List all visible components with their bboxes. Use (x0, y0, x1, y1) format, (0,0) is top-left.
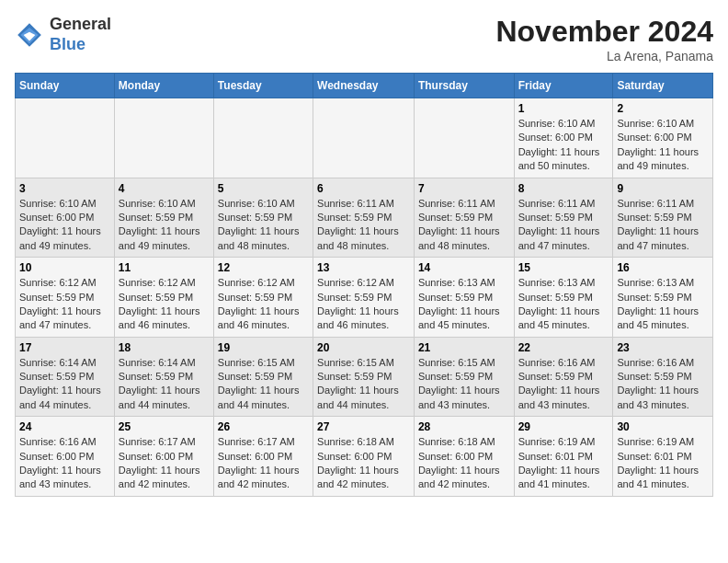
day-number: 19 (218, 341, 309, 354)
day-number: 17 (19, 341, 110, 354)
page-header: General Blue November 2024 La Arena, Pan… (15, 15, 713, 63)
day-info: Sunrise: 6:15 AM Sunset: 5:59 PM Dayligh… (218, 356, 309, 413)
calendar-week-row: 17Sunrise: 6:14 AM Sunset: 5:59 PM Dayli… (16, 337, 713, 417)
day-info: Sunrise: 6:11 AM Sunset: 5:59 PM Dayligh… (617, 197, 709, 254)
calendar-day-cell: 6Sunrise: 6:11 AM Sunset: 5:59 PM Daylig… (313, 178, 415, 258)
day-info: Sunrise: 6:13 AM Sunset: 5:59 PM Dayligh… (518, 276, 609, 333)
day-info: Sunrise: 6:18 AM Sunset: 6:00 PM Dayligh… (317, 435, 410, 492)
day-number: 11 (119, 261, 210, 274)
day-info: Sunrise: 6:15 AM Sunset: 5:59 PM Dayligh… (317, 356, 410, 413)
day-number: 16 (617, 261, 709, 274)
day-info: Sunrise: 6:15 AM Sunset: 5:59 PM Dayligh… (418, 356, 510, 413)
day-info: Sunrise: 6:12 AM Sunset: 5:59 PM Dayligh… (19, 276, 110, 333)
calendar-day-cell: 14Sunrise: 6:13 AM Sunset: 5:59 PM Dayli… (414, 258, 514, 338)
day-number: 28 (418, 420, 510, 433)
calendar-day-cell: 27Sunrise: 6:18 AM Sunset: 6:00 PM Dayli… (313, 417, 415, 497)
day-of-week-header: Friday (514, 74, 613, 98)
day-info: Sunrise: 6:11 AM Sunset: 5:59 PM Dayligh… (518, 197, 609, 254)
day-of-week-header: Saturday (613, 74, 713, 98)
day-of-week-header: Thursday (414, 74, 514, 98)
day-number: 1 (518, 102, 609, 115)
day-info: Sunrise: 6:18 AM Sunset: 6:00 PM Dayligh… (418, 435, 510, 492)
calendar-week-row: 24Sunrise: 6:16 AM Sunset: 6:00 PM Dayli… (16, 417, 713, 497)
day-info: Sunrise: 6:16 AM Sunset: 5:59 PM Dayligh… (617, 356, 709, 413)
month-title: November 2024 (495, 15, 713, 49)
calendar-day-cell: 28Sunrise: 6:18 AM Sunset: 6:00 PM Dayli… (414, 417, 514, 497)
day-number: 12 (218, 261, 309, 274)
day-of-week-header: Tuesday (213, 74, 313, 98)
calendar-day-cell: 26Sunrise: 6:17 AM Sunset: 6:00 PM Dayli… (213, 417, 313, 497)
calendar-header-row: SundayMondayTuesdayWednesdayThursdayFrid… (16, 74, 713, 98)
day-of-week-header: Wednesday (313, 74, 415, 98)
day-number: 20 (317, 341, 410, 354)
calendar-day-cell (213, 98, 313, 178)
day-number: 30 (617, 420, 709, 433)
day-number: 6 (317, 182, 410, 195)
day-info: Sunrise: 6:17 AM Sunset: 6:00 PM Dayligh… (119, 435, 210, 492)
day-number: 29 (518, 420, 609, 433)
calendar-week-row: 10Sunrise: 6:12 AM Sunset: 5:59 PM Dayli… (16, 258, 713, 338)
logo-icon (15, 20, 44, 50)
calendar-day-cell: 24Sunrise: 6:16 AM Sunset: 6:00 PM Dayli… (16, 417, 115, 497)
calendar-day-cell (16, 98, 115, 178)
day-info: Sunrise: 6:12 AM Sunset: 5:59 PM Dayligh… (317, 276, 410, 333)
day-info: Sunrise: 6:19 AM Sunset: 6:01 PM Dayligh… (518, 435, 609, 492)
calendar-day-cell: 18Sunrise: 6:14 AM Sunset: 5:59 PM Dayli… (114, 337, 213, 417)
day-number: 27 (317, 420, 410, 433)
day-info: Sunrise: 6:11 AM Sunset: 5:59 PM Dayligh… (317, 197, 410, 254)
calendar-day-cell: 8Sunrise: 6:11 AM Sunset: 5:59 PM Daylig… (514, 178, 613, 258)
day-info: Sunrise: 6:10 AM Sunset: 5:59 PM Dayligh… (218, 197, 309, 254)
calendar-day-cell: 16Sunrise: 6:13 AM Sunset: 5:59 PM Dayli… (613, 258, 713, 338)
day-info: Sunrise: 6:10 AM Sunset: 5:59 PM Dayligh… (119, 197, 210, 254)
day-info: Sunrise: 6:12 AM Sunset: 5:59 PM Dayligh… (119, 276, 210, 333)
day-number: 2 (617, 102, 709, 115)
calendar-day-cell: 12Sunrise: 6:12 AM Sunset: 5:59 PM Dayli… (213, 258, 313, 338)
calendar-day-cell: 5Sunrise: 6:10 AM Sunset: 5:59 PM Daylig… (213, 178, 313, 258)
calendar-day-cell (313, 98, 415, 178)
calendar-day-cell: 7Sunrise: 6:11 AM Sunset: 5:59 PM Daylig… (414, 178, 514, 258)
day-number: 3 (19, 182, 110, 195)
day-info: Sunrise: 6:11 AM Sunset: 5:59 PM Dayligh… (418, 197, 510, 254)
calendar-day-cell: 23Sunrise: 6:16 AM Sunset: 5:59 PM Dayli… (613, 337, 713, 417)
calendar-day-cell: 3Sunrise: 6:10 AM Sunset: 6:00 PM Daylig… (16, 178, 115, 258)
calendar-day-cell: 17Sunrise: 6:14 AM Sunset: 5:59 PM Dayli… (16, 337, 115, 417)
day-info: Sunrise: 6:13 AM Sunset: 5:59 PM Dayligh… (418, 276, 510, 333)
calendar-day-cell: 20Sunrise: 6:15 AM Sunset: 5:59 PM Dayli… (313, 337, 415, 417)
location: La Arena, Panama (495, 49, 713, 63)
calendar-day-cell: 21Sunrise: 6:15 AM Sunset: 5:59 PM Dayli… (414, 337, 514, 417)
calendar-day-cell: 11Sunrise: 6:12 AM Sunset: 5:59 PM Dayli… (114, 258, 213, 338)
title-block: November 2024 La Arena, Panama (495, 15, 713, 63)
day-number: 13 (317, 261, 410, 274)
day-info: Sunrise: 6:14 AM Sunset: 5:59 PM Dayligh… (19, 356, 110, 413)
day-number: 5 (218, 182, 309, 195)
day-number: 10 (19, 261, 110, 274)
day-info: Sunrise: 6:14 AM Sunset: 5:59 PM Dayligh… (119, 356, 210, 413)
day-info: Sunrise: 6:12 AM Sunset: 5:59 PM Dayligh… (218, 276, 309, 333)
calendar-day-cell: 22Sunrise: 6:16 AM Sunset: 5:59 PM Dayli… (514, 337, 613, 417)
calendar-day-cell: 9Sunrise: 6:11 AM Sunset: 5:59 PM Daylig… (613, 178, 713, 258)
day-number: 8 (518, 182, 609, 195)
day-of-week-header: Monday (114, 74, 213, 98)
day-number: 4 (119, 182, 210, 195)
day-number: 24 (19, 420, 110, 433)
day-info: Sunrise: 6:17 AM Sunset: 6:00 PM Dayligh… (218, 435, 309, 492)
day-info: Sunrise: 6:16 AM Sunset: 5:59 PM Dayligh… (518, 356, 609, 413)
calendar-day-cell: 10Sunrise: 6:12 AM Sunset: 5:59 PM Dayli… (16, 258, 115, 338)
day-number: 26 (218, 420, 309, 433)
calendar-day-cell: 2Sunrise: 6:10 AM Sunset: 6:00 PM Daylig… (613, 98, 713, 178)
day-info: Sunrise: 6:16 AM Sunset: 6:00 PM Dayligh… (19, 435, 110, 492)
calendar-day-cell: 1Sunrise: 6:10 AM Sunset: 6:00 PM Daylig… (514, 98, 613, 178)
calendar-table: SundayMondayTuesdayWednesdayThursdayFrid… (15, 73, 713, 497)
day-number: 18 (119, 341, 210, 354)
calendar-day-cell: 19Sunrise: 6:15 AM Sunset: 5:59 PM Dayli… (213, 337, 313, 417)
calendar-day-cell: 30Sunrise: 6:19 AM Sunset: 6:01 PM Dayli… (613, 417, 713, 497)
day-number: 25 (119, 420, 210, 433)
calendar-day-cell (114, 98, 213, 178)
calendar-day-cell: 4Sunrise: 6:10 AM Sunset: 5:59 PM Daylig… (114, 178, 213, 258)
logo: General Blue (15, 15, 111, 54)
day-number: 7 (418, 182, 510, 195)
calendar-day-cell (414, 98, 514, 178)
calendar-week-row: 3Sunrise: 6:10 AM Sunset: 6:00 PM Daylig… (16, 178, 713, 258)
logo-text: General Blue (50, 15, 111, 54)
day-info: Sunrise: 6:19 AM Sunset: 6:01 PM Dayligh… (617, 435, 709, 492)
